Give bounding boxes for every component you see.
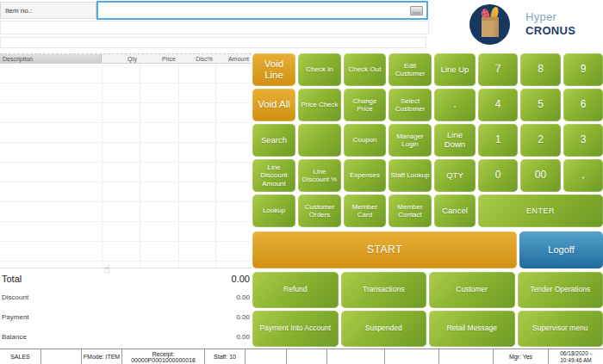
button-customer-orders[interactable]: Customer Orders [298,194,341,227]
button-cancel[interactable]: Cancel [434,194,476,227]
button-edit-customer[interactable]: Edit Customer [389,53,432,86]
key-00[interactable]: 00 [520,159,561,192]
item-no-input-wrap [96,1,428,20]
keyboard-icon-keys [413,12,420,14]
table-column-separator [140,64,140,267]
status-cell-empty [327,349,385,364]
button-blank[interactable] [298,124,341,157]
pos-window: Item no.: Hyper CRONUS Description Qty P… [0,0,603,364]
button-line-down[interactable]: Line Down [434,124,476,157]
status-cell-empty [439,349,494,364]
item-no-input[interactable] [98,3,426,18]
button-void-line[interactable]: Void Line [252,53,295,86]
button-logoff[interactable]: Logoff [519,231,603,268]
table-column-separator [102,64,103,267]
discount-value: 0.00 [236,293,250,301]
message-strip [0,21,429,34]
button-void-all[interactable]: Void All [252,89,295,121]
status-mode: SALES [0,349,41,364]
bag-flap [482,17,499,21]
brand-name-bottom: CRONUS [525,24,575,37]
status-fmode: FMode: ITEM [82,349,122,364]
key-2[interactable]: 2 [520,124,561,157]
key-comma[interactable]: , [563,159,603,192]
button-refund[interactable]: Refund [252,272,339,308]
button-customer[interactable]: Customer [429,272,515,308]
button-line-up[interactable]: Line Up [434,53,476,86]
total-value: 0.00 [232,274,250,284]
info-strip [0,37,426,48]
button-member-contact[interactable]: Member Contact [389,194,432,227]
total-label: Total [2,274,22,284]
button-search[interactable]: Search [252,124,295,157]
button-suspended[interactable]: Suspended [341,311,427,347]
button-line-discount-percent[interactable]: Line Discount % [298,159,341,192]
button-supervisor-menu[interactable]: Supervisor menu [518,311,603,347]
discount-label: Discount [2,293,28,301]
button-expenses[interactable]: Expenses [344,159,386,192]
key-8[interactable]: 8 [520,53,561,86]
key-1[interactable]: 1 [478,124,518,157]
table-column-separator [178,64,179,267]
key-5[interactable]: 5 [520,89,561,121]
button-coupon[interactable]: Coupon [344,124,386,157]
button-panel: Void Line Check In Check Out Edit Custom… [252,53,603,347]
status-mgr: Mgr: Yes [494,349,549,364]
status-receipt: Receipt: 00000P0001000000018 [122,349,205,364]
item-no-label: Item no.: [0,2,96,19]
button-transactions[interactable]: Transactions [341,272,427,308]
key-9[interactable]: 9 [563,53,603,86]
column-amount: Amount [215,54,252,63]
start-row: START Logoff [252,231,603,268]
button-staff-lookup[interactable]: Staff Lookup [389,159,432,192]
status-cell-empty [41,349,82,364]
button-qty[interactable]: QTY [434,159,476,192]
button-member-card[interactable]: Member Card [344,194,386,227]
status-cell-empty [385,349,439,364]
balance-value: 0.00 [236,333,250,341]
table-header: Description Qty Price Disc% Amount [0,53,252,64]
status-staff: Staff: 10 [205,349,246,364]
key-decimal[interactable]: . [434,89,476,121]
button-check-in[interactable]: Check In [298,53,341,86]
discount-row: Discount 0.00 [2,293,250,313]
payment-value: 0.00 [236,313,250,321]
totals-panel: Total 0.00 Discount 0.00 Payment 0.00 Ba… [0,268,252,347]
operations-keypad: Refund Transactions Customer Tender Oper… [252,272,603,347]
button-change-price[interactable]: Change Price [344,89,386,121]
button-payment-into-account[interactable]: Payment Into Account [252,311,339,347]
key-3[interactable]: 3 [563,124,603,157]
button-check-out[interactable]: Check Out [344,53,386,86]
balance-label: Balance [2,333,27,341]
key-0[interactable]: 0 [478,159,518,192]
column-price: Price [140,54,178,63]
function-keypad: Void Line Check In Check Out Edit Custom… [252,53,603,227]
receipt-lines-table: Description Qty Price Disc% Amount [0,53,252,268]
payment-label: Payment [2,313,29,321]
payment-row: Payment 0.00 [2,313,250,333]
button-manager-login[interactable]: Manager Login [389,124,432,157]
brand-logo: Hyper CRONUS [469,3,599,46]
column-description: Description [0,54,102,63]
button-tender-operations[interactable]: Tender Operations [518,272,603,308]
key-7[interactable]: 7 [478,53,518,86]
button-select-customer[interactable]: Select Customer [389,89,432,121]
total-row: Total 0.00 [2,274,250,293]
keyboard-icon[interactable] [410,6,423,15]
status-bar: SALES FMode: ITEM Receipt: 00000P0001000… [0,349,603,364]
button-line-discount-amount[interactable]: Line Discount Amount [252,159,295,192]
button-lookup[interactable]: Lookup [252,194,295,227]
brand-name-top: Hyper [525,10,556,23]
button-retail-message[interactable]: Retail Message [429,311,515,347]
receipt-lines-body[interactable] [0,64,252,267]
key-enter[interactable]: ENTER [478,194,603,227]
key-4[interactable]: 4 [478,89,518,121]
status-datetime: 06/18/2020 - 10:49:46 AM [549,349,603,364]
button-start[interactable]: START [252,231,517,268]
column-disc: Disc% [178,54,215,63]
column-qty: Qty [102,54,140,63]
status-cell-empty [287,349,327,364]
key-6[interactable]: 6 [563,89,603,121]
button-price-check[interactable]: Price Check [298,89,341,121]
status-cell-empty [246,349,287,364]
